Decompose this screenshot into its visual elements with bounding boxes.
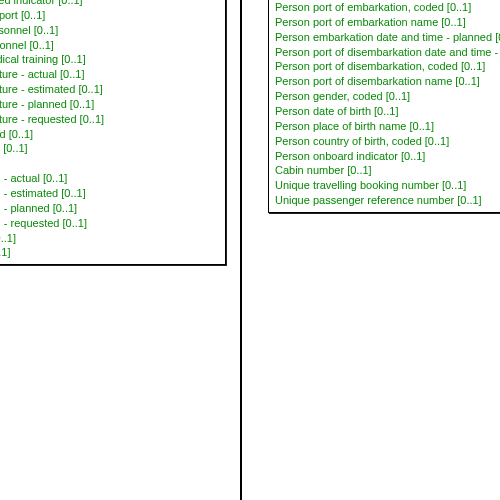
entity-box-right: — hidden line 1 — — hidden line 2 — — hi… bbox=[268, 0, 500, 213]
attr-row: Person port of embarkation name [0..1] bbox=[275, 15, 500, 30]
attr-row: Caregivers without medical training [0..… bbox=[0, 52, 219, 67]
attr-row: Person date of birth [0..1] bbox=[275, 104, 500, 119]
entity-box-left: Dangerous goods carried indicator [0..1]… bbox=[0, 0, 226, 265]
attr-row: Number of trained personnel [0..1] bbox=[0, 38, 219, 53]
attr-row: Port of arrival name [0..1] bbox=[0, 245, 219, 260]
attr-row: Date and time of departure - planned [0.… bbox=[0, 97, 219, 112]
attr-row: Date and time of departure - estimated [… bbox=[0, 82, 219, 97]
attr-row: Person port of embarkation, coded [0..1] bbox=[275, 0, 500, 15]
attr-row: Person port of disembarkation date and t… bbox=[275, 45, 500, 60]
attr-row: Person port of disembarkation, coded [0.… bbox=[275, 59, 500, 74]
attr-row: Date and time of arrival - estimated [0.… bbox=[0, 186, 219, 201]
attr-row: Dangerous goods carried indicator [0..1] bbox=[0, 0, 219, 8]
attr-row: Port of departure, coded [0..1] bbox=[0, 127, 219, 142]
attr-row: Person country of birth, coded [0..1] bbox=[275, 134, 500, 149]
vertical-divider bbox=[240, 0, 242, 500]
attr-row: Person onboard indicator [0..1] bbox=[275, 149, 500, 164]
attr-row: Unique travelling booking number [0..1] bbox=[275, 178, 500, 193]
attr-row: Date and time of departure - actual [0..… bbox=[0, 67, 219, 82]
attr-row: Person embarkation date and time - plann… bbox=[275, 30, 500, 45]
attr-row: Person gender, coded [0..1] bbox=[275, 89, 500, 104]
attr-row: Date and time of departure - requested [… bbox=[0, 112, 219, 127]
attr-row: Date and time of arrival - requested [0.… bbox=[0, 216, 219, 231]
attr-row: Number of medical personnel [0..1] bbox=[0, 23, 219, 38]
attr-row: Person port of disembarkation name [0..1… bbox=[275, 74, 500, 89]
attr-row: Port of arrival, coded [0..1] bbox=[0, 231, 219, 246]
attr-row: Cabin number [0..1] bbox=[275, 163, 500, 178]
attr-row: Any other matters to report [0..1] bbox=[0, 8, 219, 23]
attr-row: Person place of birth name [0..1] bbox=[275, 119, 500, 134]
attr-row: Date and time of arrival - planned [0..1… bbox=[0, 201, 219, 216]
attr-row: Port of departure name [0..1] bbox=[0, 141, 219, 156]
attr-row: Date and time of arrival - actual [0..1] bbox=[0, 171, 219, 186]
attr-row: ETA [0..1] bbox=[0, 156, 219, 171]
attr-row: Unique passenger reference number [0..1] bbox=[275, 193, 500, 208]
